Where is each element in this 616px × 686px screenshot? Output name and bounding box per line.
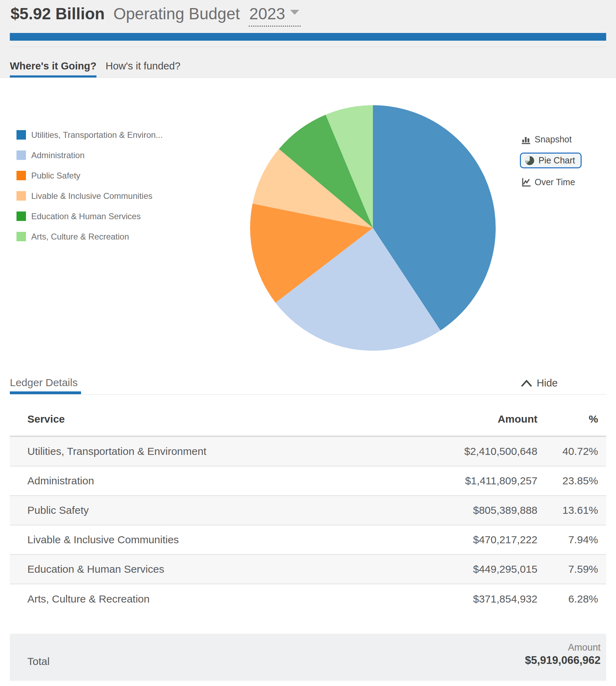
amount-cell: $1,411,809,257 [465,475,537,487]
percent-cell: 7.59% [568,563,598,575]
snapshot-view-button[interactable]: Snapshot [520,132,582,147]
legend-swatch [16,150,26,160]
header-accent-bar [10,33,606,41]
chevron-down-icon [290,10,299,15]
legend-swatch [16,171,26,180]
legend-label: Arts, Culture & Recreation [31,232,129,242]
chevron-up-icon [521,379,533,388]
pie-chart [250,105,496,351]
ledger-table: Utilities, Transportation & Environment … [10,437,606,614]
percent-cell: 7.94% [568,534,598,546]
over-time-label: Over Time [535,177,575,187]
percent-cell: 6.28% [568,593,598,605]
snapshot-label: Snapshot [535,134,572,144]
table-row[interactable]: Arts, Culture & Recreation $371,854,932 … [10,584,606,614]
divider [10,47,606,47]
main-tabs: Where's it Going? How's it funded? [10,60,180,78]
total-amount-group: Amount $5,919,066,962 [525,641,601,667]
year-dropdown[interactable]: 2023 [249,4,301,27]
legend-label: Education & Human Services [31,211,141,221]
legend-item[interactable]: Education & Human Services [16,211,163,221]
service-cell: Arts, Culture & Recreation [27,593,149,605]
bar-chart-icon [521,134,531,144]
pie-chart-icon [524,155,535,166]
legend-item[interactable]: Administration [16,150,163,160]
table-row[interactable]: Utilities, Transportation & Environment … [10,437,606,466]
pie-chart-label: Pie Chart [538,155,575,166]
legend-label: Public Safety [31,171,80,181]
pie-legend: Utilities, Transportation & Environ... A… [16,130,163,252]
table-row[interactable]: Public Safety $805,389,888 13.61% [10,496,606,525]
divider [10,394,606,395]
legend-swatch [16,191,26,201]
amount-cell: $805,389,888 [473,504,537,516]
hide-ledger-button[interactable]: Hide [521,377,558,389]
column-header-service: Service [27,413,65,425]
percent-cell: 23.85% [562,475,598,487]
column-header-amount: Amount [421,413,537,425]
legend-item[interactable]: Utilities, Transportation & Environ... [16,130,163,140]
header: $5.92 Billion Operating Budget 2023 Wher… [0,0,616,78]
pie-chart-view-button[interactable]: Pie Chart [520,153,582,168]
service-cell: Utilities, Transportation & Environment [27,445,206,457]
service-cell: Education & Human Services [27,563,164,575]
tab-hows-it-funded[interactable]: How's it funded? [106,60,181,78]
legend-item[interactable]: Public Safety [16,171,163,180]
over-time-view-button[interactable]: Over Time [520,174,582,190]
total-amount-label: Amount [525,641,601,653]
table-row[interactable]: Livable & Inclusive Communities $470,217… [10,525,606,555]
ledger-details-title[interactable]: Ledger Details [10,377,78,389]
legend-label: Utilities, Transportation & Environ... [31,130,163,140]
total-label: Total [27,655,49,667]
column-header-percent: % [547,413,598,425]
percent-cell: 13.61% [562,504,598,516]
view-controls: Snapshot Pie Chart Over Time [520,132,582,190]
total-amount-value: $5,919,066,962 [525,653,601,667]
total-row: Total Amount $5,919,066,962 [10,634,606,681]
amount-cell: $449,295,015 [473,563,537,575]
legend-label: Administration [31,150,85,160]
pie-chart-svg [250,105,496,351]
year-value: 2023 [249,5,285,23]
table-row[interactable]: Administration $1,411,809,257 23.85% [10,466,606,496]
service-cell: Public Safety [27,504,89,516]
table-row[interactable]: Education & Human Services $449,295,015 … [10,555,606,584]
legend-item[interactable]: Arts, Culture & Recreation [16,232,163,241]
page-title: $5.92 Billion Operating Budget 2023 [11,4,301,27]
budget-total-amount: $5.92 Billion [11,5,105,23]
line-chart-icon [521,177,531,187]
service-cell: Administration [27,475,94,487]
legend-swatch [16,211,26,221]
legend-swatch [16,130,26,140]
service-cell: Livable & Inclusive Communities [27,534,179,546]
legend-swatch [16,232,26,241]
hide-label: Hide [537,377,558,389]
budget-subtitle: Operating Budget [113,5,240,23]
amount-cell: $470,217,222 [473,534,537,546]
percent-cell: 40.72% [562,445,598,457]
tab-wheres-it-going[interactable]: Where's it Going? [10,60,96,78]
amount-cell: $371,854,932 [473,593,537,605]
amount-cell: $2,410,500,648 [464,445,537,457]
legend-label: Livable & Inclusive Communities [31,191,152,201]
legend-item[interactable]: Livable & Inclusive Communities [16,191,163,201]
